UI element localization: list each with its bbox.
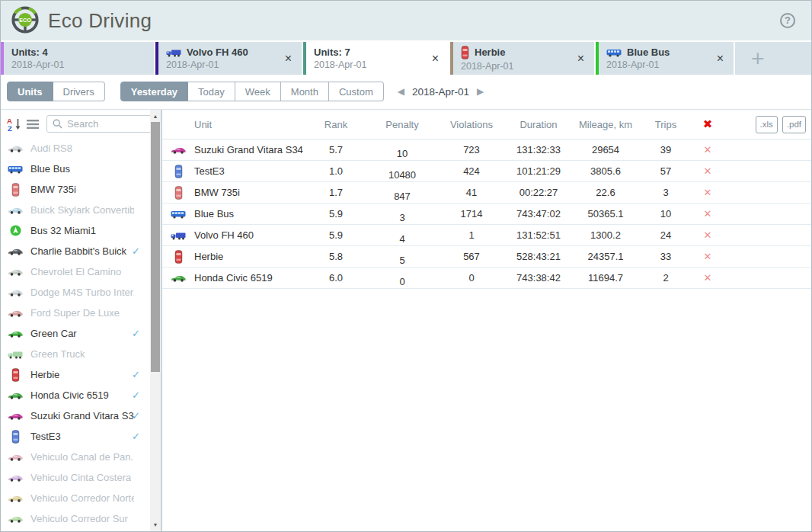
unit-list-item[interactable]: Vehiculo Corredor Sur ✓ xyxy=(1,508,150,529)
unit-list-item[interactable]: BMW 735i ✓ xyxy=(1,179,150,200)
rank-cell: 5.8 xyxy=(305,251,366,262)
app-header: ECO Eco Driving ? xyxy=(1,1,811,40)
report-tab[interactable]: Units: 4 2018-Apr-01 xyxy=(1,42,154,75)
violations-cell: 424 xyxy=(438,165,505,177)
tab-close-icon[interactable]: × xyxy=(717,53,724,65)
vehicle-icon xyxy=(7,144,24,153)
toggle-month[interactable]: Month xyxy=(281,82,329,101)
row-delete-icon[interactable]: ✕ xyxy=(692,187,723,198)
unit-list-item[interactable]: Dodge M4S Turbo Inter... ✓ xyxy=(1,282,150,303)
unit-list-item[interactable]: Herbie ✓ xyxy=(1,364,150,385)
trips-cell: 10 xyxy=(639,208,692,220)
tab-color-accent xyxy=(1,42,4,75)
sidebar-scrollbar[interactable]: ▲ ▼ xyxy=(150,110,161,531)
row-delete-icon[interactable]: ✕ xyxy=(692,165,723,177)
row-delete-icon[interactable]: ✕ xyxy=(692,229,723,241)
report-tab[interactable]: Herbie 2018-Apr-01 × xyxy=(450,42,594,75)
date-navigator: ◀ 2018-Apr-01 ▶ xyxy=(398,82,484,101)
report-tab[interactable]: Blue Bus 2018-Apr-01 × xyxy=(596,42,734,75)
unit-list-item[interactable]: Ford Super De Luxe ✓ xyxy=(1,303,150,323)
toggle-units[interactable]: Units xyxy=(7,82,53,101)
column-header-trips: Trips xyxy=(639,119,692,130)
next-date-icon[interactable]: ▶ xyxy=(477,86,484,97)
toggle-week[interactable]: Week xyxy=(235,82,281,101)
vehicle-icon xyxy=(7,309,24,318)
vehicle-icon xyxy=(7,368,24,382)
unit-list-item[interactable]: Audi RS8 ✓ xyxy=(1,138,150,159)
unit-list-item[interactable]: TestE3 ✓ xyxy=(1,426,150,447)
search-input[interactable] xyxy=(47,116,158,132)
sort-az-icon[interactable]: A Z xyxy=(7,117,21,132)
row-delete-icon[interactable]: ✕ xyxy=(692,272,723,284)
unit-list-item[interactable]: Honda Civic 6519 ✓ xyxy=(1,385,150,405)
report-tab[interactable]: Units: 7 2018-Apr-01 × xyxy=(303,42,449,75)
toggle-drivers[interactable]: Drivers xyxy=(53,82,105,101)
export-pdf-button[interactable]: .pdf xyxy=(782,116,806,133)
toggle-custom[interactable]: Custom xyxy=(329,82,384,101)
unit-name: BMW 735i xyxy=(30,184,76,195)
unit-list-item[interactable]: Vehiculo Corredor Norte ✓ xyxy=(1,488,150,508)
row-delete-icon[interactable]: ✕ xyxy=(692,208,723,220)
penalty-cell: 10480 xyxy=(366,169,438,181)
unit-list-item[interactable]: Green Car ✓ xyxy=(1,323,150,344)
vehicle-icon xyxy=(7,494,24,503)
column-header-rank: Rank xyxy=(305,119,366,130)
report-tab[interactable]: Volvo FH 460 2018-Apr-01 × xyxy=(155,42,302,75)
tab-close-icon[interactable]: × xyxy=(285,53,292,65)
unit-list-item[interactable]: Chevrolet El Camino ✓ xyxy=(1,261,150,282)
unit-name: Dodge M4S Turbo Inter... xyxy=(30,287,134,298)
penalty-cell: 5 xyxy=(366,255,438,266)
tab-close-icon[interactable]: × xyxy=(432,53,439,65)
unit-list-item[interactable]: Charlie Babbit's Buick ✓ xyxy=(1,241,150,261)
column-header-unit: Unit xyxy=(194,119,305,130)
period-toggle: YesterdayTodayWeekMonthCustom xyxy=(120,82,384,101)
svg-text:Z: Z xyxy=(8,124,12,132)
column-header-penalty: Penalty xyxy=(366,119,438,130)
penalty-cell: 3 xyxy=(366,212,438,223)
unit-name: Vehiculo Cinta Costera xyxy=(30,472,131,483)
mileage-cell: 50365.1 xyxy=(572,208,639,220)
tab-close-icon[interactable]: × xyxy=(577,53,584,65)
unit-list-item[interactable]: Bus 32 Miami1 ✓ xyxy=(1,220,150,241)
check-icon: ✓ xyxy=(132,245,140,257)
unit-list-item[interactable]: Vehiculo Cinta Costera ✓ xyxy=(1,467,150,488)
unit-name: Suzuki Grand Vitara S34 xyxy=(30,410,134,421)
vehicle-icon xyxy=(7,165,24,174)
unit-list-item[interactable]: Blue Bus ✓ xyxy=(1,159,150,179)
delete-all-rows-icon[interactable]: ✖ xyxy=(692,117,723,131)
help-icon[interactable]: ? xyxy=(780,13,795,28)
tab-color-accent xyxy=(303,42,306,75)
vehicle-icon xyxy=(162,165,194,178)
scroll-up-icon[interactable]: ▲ xyxy=(150,111,161,121)
unit-name: Herbie xyxy=(30,369,59,380)
list-view-icon[interactable] xyxy=(27,119,39,130)
duration-cell: 743:47:02 xyxy=(505,208,572,220)
unit-list-item[interactable]: Green Truck ✓ xyxy=(1,344,150,364)
row-delete-icon[interactable]: ✕ xyxy=(692,251,723,262)
unit-name: Vehiculo Corredor Norte xyxy=(30,492,134,504)
unit-name: Vehiculo Corredor Sur xyxy=(30,513,128,524)
check-icon: ✓ xyxy=(132,369,140,380)
toggle-today[interactable]: Today xyxy=(188,82,235,101)
trips-cell: 24 xyxy=(639,229,692,241)
eco-driving-logo-icon: ECO xyxy=(11,5,40,37)
prev-date-icon[interactable]: ◀ xyxy=(398,86,404,97)
sidebar-toolbar: A Z xyxy=(1,110,161,138)
vehicle-icon xyxy=(7,391,24,400)
toggle-yesterday[interactable]: Yesterday xyxy=(120,82,188,101)
trips-cell: 39 xyxy=(639,144,692,155)
column-header-violations: Violations xyxy=(438,119,505,130)
vehicle-icon xyxy=(162,210,194,219)
unit-name: Audi RS8 xyxy=(30,143,72,154)
unit-list-item[interactable]: Buick Skylark Convertible ✓ xyxy=(1,200,150,220)
tab-title: Units: 7 xyxy=(314,46,350,58)
table-row: Volvo FH 460 5.9 4 1 131:52:51 1300.2 24… xyxy=(162,225,811,246)
scroll-down-icon[interactable]: ▼ xyxy=(150,520,161,530)
row-delete-icon[interactable]: ✕ xyxy=(692,144,723,155)
column-header-mileage: Mileage, km xyxy=(572,119,639,130)
add-tab-button[interactable]: + xyxy=(735,42,811,75)
scrollbar-thumb[interactable] xyxy=(151,122,160,372)
export-xls-button[interactable]: .xls xyxy=(756,116,778,133)
unit-list-item[interactable]: Vehiculo Canal de Pan... ✓ xyxy=(1,447,150,467)
unit-list-item[interactable]: Suzuki Grand Vitara S34 ✓ xyxy=(1,405,150,426)
